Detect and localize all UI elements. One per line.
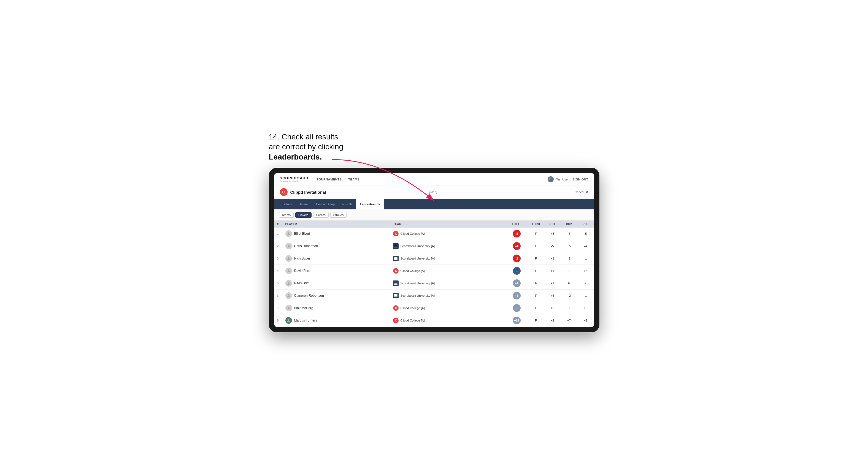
table-header: # PLAYER TEAM TOTAL THRU RD1 RD2 RD3 <box>274 221 594 227</box>
cell-rank: 4 <box>274 265 283 277</box>
cell-rd3: -5 <box>578 227 594 240</box>
cell-thru: F <box>528 265 544 277</box>
cell-rd3: +6 <box>578 302 594 314</box>
cell-rd1: +1 <box>544 277 561 289</box>
page-wrapper: 14. Check all results are correct by cli… <box>269 135 599 332</box>
cell-rd2: -6 <box>561 227 578 240</box>
cell-rd1: +5 <box>544 289 561 302</box>
cell-rd2: +1 <box>561 302 578 314</box>
player-avatar <box>285 305 292 311</box>
cell-rank: 6 <box>274 289 283 302</box>
cell-player: Rees Britt <box>283 277 391 289</box>
tablet-frame: SCOREBOARD Powered by clippd TOURNAMENTS… <box>269 168 599 332</box>
team-logo-clippd: C <box>393 318 399 323</box>
cell-rank: 5 <box>274 277 283 289</box>
cell-team: CClippd College [A] <box>390 227 505 240</box>
team-name: Scoreboard University [A] <box>400 282 435 285</box>
cell-rank: 2 <box>274 240 283 252</box>
table-row: 7Blair McHargCClippd College [A]+9F+2+1+… <box>274 302 594 314</box>
filter-players[interactable]: Players <box>295 212 312 218</box>
tournament-gender: (Men) <box>430 190 437 194</box>
table-row: 2Chris RobertsonScoreboard University [A… <box>274 240 594 252</box>
player-avatar <box>285 317 292 324</box>
app-nav: SCOREBOARD Powered by clippd TOURNAMENTS… <box>274 173 594 185</box>
cell-team: CClippd College [A] <box>390 265 505 277</box>
table-row: 3Rich ButlerScoreboard University [A]-2F… <box>274 252 594 265</box>
col-player: PLAYER <box>283 221 391 227</box>
team-name: Scoreboard University [A] <box>400 257 435 260</box>
cell-rd1: +2 <box>544 314 561 327</box>
tab-bar: Details Teams Course Setup Results Leade… <box>274 199 594 209</box>
leaderboard-table: # PLAYER TEAM TOTAL THRU RD1 RD2 RD3 1El… <box>274 221 594 327</box>
cell-player: Cameron Robertson <box>283 289 391 302</box>
cell-team: Scoreboard University [A] <box>390 240 505 252</box>
tab-leaderboards[interactable]: Leaderboards <box>356 199 384 209</box>
table-row: 1Elliot EbertCClippd College [A]-8F+3-6-… <box>274 227 594 240</box>
score-badge: -8 <box>513 230 521 238</box>
player-avatar <box>285 268 292 274</box>
team-logo-clippd: C <box>393 231 399 237</box>
cell-rd1: -5 <box>544 240 561 252</box>
cell-rd3: +3 <box>578 265 594 277</box>
tab-details[interactable]: Details <box>279 199 296 209</box>
score-badge: -4 <box>513 242 521 250</box>
svg-point-8 <box>288 319 289 320</box>
team-name: Clippd College [A] <box>400 232 425 235</box>
cell-rd2: -2 <box>561 252 578 265</box>
cell-player: Elliot Ebert <box>283 227 391 240</box>
player-name: Chris Robertson <box>294 244 318 248</box>
cell-rd2: -4 <box>561 265 578 277</box>
filter-teams[interactable]: Teams <box>279 212 293 218</box>
col-rd3: RD3 <box>578 221 594 227</box>
cell-team: CClippd College [A] <box>390 314 505 327</box>
col-rd2: RD2 <box>561 221 578 227</box>
col-team: TEAM <box>390 221 505 227</box>
cell-total: -2 <box>506 252 528 265</box>
filter-strokes[interactable]: Strokes <box>330 212 346 218</box>
svg-point-2 <box>288 245 289 246</box>
score-badge: +1 <box>513 279 521 287</box>
cell-rd1: +1 <box>544 252 561 265</box>
tab-course-setup[interactable]: Course Setup <box>312 199 339 209</box>
team-logo-scoreboard <box>393 243 399 249</box>
cancel-button[interactable]: Cancel ✕ <box>575 190 588 194</box>
nav-right: TU Test User | Sign out <box>548 176 588 182</box>
cell-thru: F <box>528 289 544 302</box>
tab-teams[interactable]: Teams <box>296 199 312 209</box>
nav-teams[interactable]: TEAMS <box>348 177 360 182</box>
filter-scores[interactable]: Scores <box>313 212 329 218</box>
tournament-header: C Clippd Invitational (Men) Cancel ✕ <box>274 185 594 199</box>
player-avatar <box>285 230 292 237</box>
col-rd1: RD1 <box>544 221 561 227</box>
cell-rank: 3 <box>274 252 283 265</box>
team-name: Clippd College [A] <box>400 269 425 273</box>
sign-out-button[interactable]: Sign out <box>572 177 588 182</box>
cell-rd3: -1 <box>578 289 594 302</box>
user-avatar: TU <box>548 176 554 182</box>
svg-point-1 <box>288 232 289 234</box>
nav-tournaments[interactable]: TOURNAMENTS <box>316 177 342 182</box>
player-name: Cameron Robertson <box>294 294 324 298</box>
cell-thru: F <box>528 302 544 314</box>
col-rank: # <box>274 221 283 227</box>
filter-row: Teams Players Scores Strokes <box>274 209 594 221</box>
cell-rd1: +2 <box>544 302 561 314</box>
cell-total: -8 <box>506 227 528 240</box>
tab-results[interactable]: Results <box>339 199 356 209</box>
cell-rd2: +7 <box>561 314 578 327</box>
score-badge: +6 <box>513 292 521 300</box>
score-badge: E <box>513 267 521 275</box>
score-badge: -2 <box>513 255 521 262</box>
player-name: Blair McHarg <box>294 306 313 310</box>
cell-rd2: +5 <box>561 240 578 252</box>
cell-total: +11 <box>506 314 528 327</box>
player-avatar <box>285 280 292 286</box>
team-logo-clippd: C <box>393 268 399 274</box>
cell-rd3: -4 <box>578 240 594 252</box>
team-name: Clippd College [A] <box>400 319 425 322</box>
tablet-screen: SCOREBOARD Powered by clippd TOURNAMENTS… <box>274 173 594 327</box>
svg-point-6 <box>288 294 289 295</box>
team-name: Clippd College [A] <box>400 306 425 310</box>
cell-player: Marcus Turners <box>283 314 391 327</box>
cell-player: David Ford <box>283 265 391 277</box>
